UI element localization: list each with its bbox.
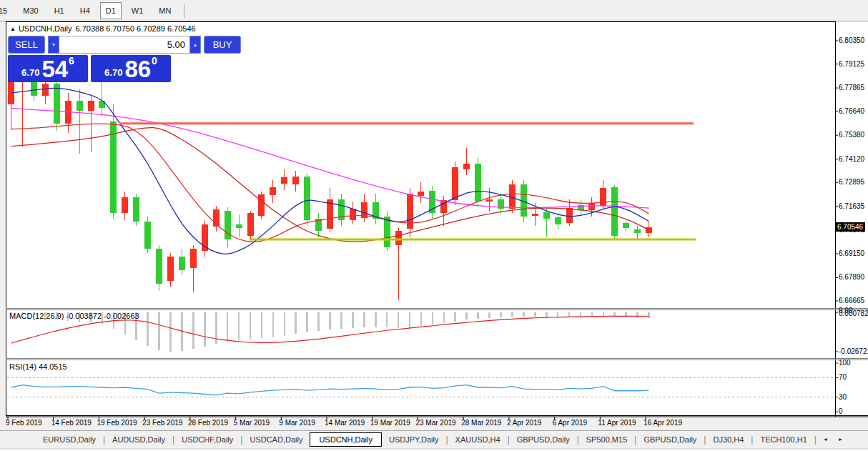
candle-body [110,122,117,213]
candle-body [88,101,94,111]
chart-tab-usdjpy-daily[interactable]: USDJPY,Daily [382,433,446,446]
candle-body [452,167,458,200]
rsi-indicator-label: RSI(14) 44.0515 [9,362,67,371]
candle-body [395,231,402,245]
date-axis-label: 6 Apr 2019 [553,419,587,427]
chart-tab-audusd-daily[interactable]: AUDUSD,Daily [105,433,172,446]
date-axis-label: 9 Mar 2019 [279,419,315,427]
candle-body [190,249,197,268]
buy-price-pip: 0 [152,55,157,66]
date-axis-label: 19 Mar 2019 [370,419,410,427]
candle-body [270,187,276,195]
price-axis-label: 6.75380 [839,131,864,139]
candle-body [407,194,413,229]
date-axis-label: 11 Apr 2019 [598,419,636,427]
candle-body [156,249,162,284]
chart-tab-usdchf-daily[interactable]: USDCHF,Daily [174,433,240,446]
price-axis-label: 6.80350 [839,36,864,44]
volume-input[interactable] [59,36,189,54]
candle-body [236,224,242,228]
chart-tab-eurusd-daily[interactable]: EURUSD,Daily [36,433,103,446]
chart-ohlc-values: 6.70388 6.70750 6.70289 6.70546 [75,24,195,33]
current-price-tag: 6.70546 [836,222,865,232]
price-axis-label: 6.69150 [839,249,864,257]
chart-tab-bar: EURUSD,Daily|AUDUSD,Daily|USDCHF,Daily|U… [0,430,868,451]
chart-tab-usdcad-daily[interactable]: USDCAD,Daily [242,433,310,446]
candle-body [77,101,83,111]
candle-body [281,177,287,184]
chart-tab-usdcnh-daily[interactable]: USDCNH,Daily [310,432,382,447]
date-axis-label: 5 Mar 2019 [234,419,270,427]
sell-button[interactable]: SELL [8,36,45,54]
collapse-triangle-icon: ▲ [10,26,16,32]
chart-tab-dj30-h4[interactable]: DJ30,H4 [706,433,751,446]
sell-price-main: 54 [41,59,68,80]
date-axis-label: 23 Mar 2019 [415,419,455,427]
chart-tab-xauusd-h4[interactable]: XAUUSD,H4 [448,433,508,446]
candle-body [634,229,641,233]
macd-indicator-label: MACD(12,26,9) -0.003872 -0.002663 [9,312,139,320]
buy-price-main: 86 [124,59,151,80]
chart-symbol-label: USDCNH,Daily [19,24,72,33]
date-axis-label: 16 Apr 2019 [643,419,682,427]
date-axis-label: 28 Mar 2019 [461,419,501,427]
candle-body [292,177,299,184]
chart-title: ▲USDCNH,Daily6.70388 6.70750 6.70289 6.7… [10,24,196,33]
candle-body [600,188,606,206]
price-axis-label: 6.72895 [839,178,864,186]
candle-body [611,187,618,236]
rsi-axis-label: 100 [839,359,851,367]
candle-body [179,257,185,270]
candle-body [555,217,561,224]
chart-tab-sp500-m15[interactable]: SP500,M15 [579,433,634,446]
candle-body [475,164,481,202]
rsi-line [11,385,649,395]
candle-body [144,222,151,249]
chart-tab-tech100-h1[interactable]: TECH100,H1 [753,433,814,446]
chart-tab-gbpusd-daily[interactable]: GBPUSD,Daily [510,433,577,446]
date-axis-label: 14 Mar 2019 [325,419,365,427]
candle-body [566,208,573,223]
rsi-axis-label: 30 [839,393,847,401]
buy-price-display[interactable]: 6.70 86 0 [91,55,171,82]
candle-body [133,197,139,221]
candle-body [42,84,49,96]
candle-body [99,101,105,109]
date-axis-label: 19 Feb 2019 [97,419,137,427]
price-axis-label: 6.79125 [839,60,864,68]
candle-body [543,212,550,219]
tab-scroll-right-button[interactable]: ► [834,435,847,443]
tab-separator: | [814,435,817,445]
candle-body [167,257,174,282]
rsi-axis-label: 0 [839,407,843,415]
candle-body [486,199,493,202]
sell-price-pip: 6 [69,55,74,66]
candle-body [122,197,128,212]
volume-spinner: ▼ ▲ [48,36,201,54]
candle-body [258,194,265,216]
volume-decrease-button[interactable]: ▼ [48,36,59,54]
tab-scroll-left-button[interactable]: ◄ [819,435,832,443]
candle-body [588,203,595,210]
buy-button[interactable]: BUY [204,36,241,54]
macd-axis-label: 0.000782 [839,309,868,317]
date-axis-label: 28 Feb 2019 [188,419,228,427]
price-axis-label: 6.76640 [839,107,864,115]
volume-increase-button[interactable]: ▲ [189,36,201,54]
candle-body [247,213,254,236]
price-axis-label: 6.66665 [839,297,864,304]
candle-body [532,214,538,216]
rsi-axis-label: 70 [839,373,847,381]
candle-body [623,223,629,228]
tab-bar-bottom-strip [0,448,868,451]
date-axis-label: 23 Feb 2019 [142,419,182,427]
price-axis-label: 6.67890 [839,273,864,281]
macd-axis-label: -0.026721 [839,347,868,355]
buy-price-prefix: 6.70 [104,67,122,78]
candle-body [54,84,60,124]
sell-price-display[interactable]: 6.70 54 6 [8,55,88,82]
price-axis-label: 6.71635 [839,202,864,210]
chart-tab-gbpusd-daily[interactable]: GBPUSD,Daily [636,433,704,446]
candle-body [304,177,310,220]
candle-body [350,209,356,220]
